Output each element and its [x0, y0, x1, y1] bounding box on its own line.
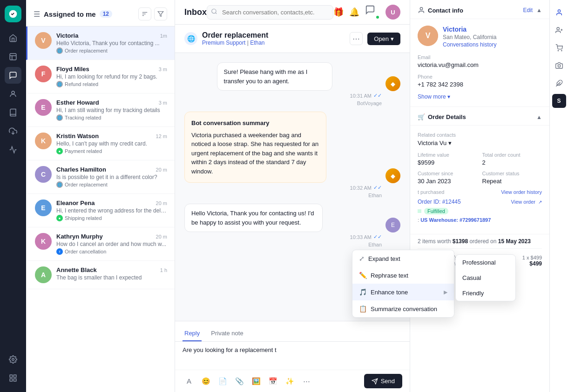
- tone-professional[interactable]: Professional: [456, 255, 515, 270]
- conv-tag-label: Payment related: [65, 148, 102, 154]
- show-more-btn[interactable]: Show more ▾: [418, 93, 542, 100]
- sidebar-item-knowledge[interactable]: [5, 104, 21, 121]
- conv-item-annette[interactable]: A Annette Black 1 h The bag is smaller t…: [26, 261, 175, 289]
- more-options-icon[interactable]: ⋯: [350, 32, 363, 45]
- sidebar-item-campaigns[interactable]: [5, 141, 21, 158]
- conv-item-eleanor[interactable]: E Eleanor Pena 20 m Hi, I entered the wr…: [26, 194, 175, 227]
- checkmark-icon: ✓✓: [373, 185, 382, 191]
- text-format-icon[interactable]: A: [183, 375, 196, 388]
- dropdown-summarize[interactable]: 📋 Summarize conversation: [352, 300, 454, 317]
- dropdown-rephrase-text[interactable]: ✏️ Rephrase text: [352, 267, 454, 284]
- order-collapse-btn[interactable]: ▲: [536, 114, 542, 120]
- conversation-panel: ☰ Assigned to me 12 V: [26, 0, 175, 392]
- svg-rect-9: [14, 379, 16, 381]
- sidebar-item-reports[interactable]: [5, 48, 21, 65]
- dropdown-enhance-tone[interactable]: 🎵 Enhance tone ▶: [352, 284, 454, 300]
- contact-info-body: V Victoria San Mateo, California Convers…: [410, 19, 549, 106]
- add-contact-icon[interactable]: [552, 23, 566, 37]
- compose-text: Are you looking for a replacement t: [183, 346, 277, 353]
- svg-point-19: [420, 7, 422, 10]
- contact-history-link[interactable]: Conversations history: [443, 41, 496, 48]
- sort-button[interactable]: [138, 7, 151, 20]
- conv-tag-label: Order cancellation: [65, 249, 106, 254]
- chat-status-icon[interactable]: [365, 5, 380, 20]
- sidebar-item-settings[interactable]: [5, 351, 21, 368]
- tone-casual[interactable]: Casual: [456, 270, 515, 286]
- total-order-label: Total order count: [482, 152, 542, 158]
- search-bar: [207, 5, 333, 20]
- tone-friendly[interactable]: Friendly: [456, 286, 515, 301]
- cart-panel-icon[interactable]: [552, 41, 566, 55]
- compose-input-area[interactable]: Are you looking for a replacement t: [175, 342, 410, 370]
- image-icon[interactable]: 🖼️: [250, 375, 263, 388]
- attach-icon[interactable]: 📎: [233, 375, 246, 388]
- article-icon[interactable]: 📄: [216, 375, 229, 388]
- svg-line-16: [216, 13, 217, 14]
- conv-tag-label: Tracking related: [65, 115, 101, 120]
- conv-preview: Hello, I can't pay with my credit card.: [56, 140, 167, 147]
- send-button[interactable]: Send: [364, 374, 402, 388]
- contact-edit-btn[interactable]: Edit: [523, 7, 533, 13]
- chat-title: Order replacement: [202, 31, 268, 40]
- conv-item-esther[interactable]: E Esther Howard 3 m Hi, I am still waiti…: [26, 93, 175, 127]
- filter-button[interactable]: [154, 7, 167, 20]
- contact-card: V Victoria San Mateo, California Convers…: [418, 26, 542, 48]
- chevron-down-icon[interactable]: ▾: [448, 140, 452, 146]
- order-details-header: 🛒 Order Details ▲: [410, 107, 549, 126]
- contact-name[interactable]: Victoria: [443, 26, 496, 33]
- avatar-esther: E: [35, 99, 52, 116]
- view-order-btn[interactable]: View order: [511, 199, 535, 205]
- conv-item-kristin[interactable]: K Kristin Watson 12 m Hello, I can't pay…: [26, 127, 175, 160]
- more-toolbar-icon[interactable]: ⋯: [300, 375, 313, 388]
- user-avatar-wrap[interactable]: U: [385, 5, 400, 20]
- tab-reply[interactable]: Reply: [183, 326, 202, 341]
- customer-since-value: 30 Jan 2023: [418, 178, 478, 185]
- sidebar-item-apps[interactable]: [5, 370, 21, 386]
- order-id[interactable]: Order ID: #12445: [418, 199, 461, 205]
- view-order-history-btn[interactable]: View order history: [501, 189, 542, 195]
- conv-item-floyd[interactable]: F Floyd Miles 3 m Hi, I am looking for r…: [26, 60, 175, 93]
- channel-icon-globe: 🌐: [56, 47, 63, 54]
- conv-panel-header: ☰ Assigned to me 12: [26, 0, 175, 27]
- customer-status-value: Repeat: [482, 178, 542, 185]
- contact-collapse-btn[interactable]: ▲: [536, 7, 542, 13]
- gift-icon[interactable]: 🎁: [333, 7, 344, 17]
- avatar-kathryn: K: [35, 233, 52, 250]
- search-input[interactable]: [207, 5, 333, 20]
- sidebar-item-home[interactable]: [5, 30, 21, 47]
- puzzle-panel-icon[interactable]: [552, 76, 566, 90]
- conv-item-victoria[interactable]: V Victoria 1m Hello Victoria, Thank you …: [26, 27, 175, 60]
- contact-icon: [418, 7, 425, 14]
- order-id-row: Order ID: #12445 View order ↗: [418, 199, 542, 205]
- emoji-icon[interactable]: 😊: [199, 375, 212, 388]
- contact-info-header: Contact info Edit ▲: [410, 0, 549, 19]
- sidebar-item-downloads[interactable]: [5, 123, 21, 140]
- shield-panel-icon[interactable]: S: [552, 94, 566, 108]
- conv-item-kathryn[interactable]: K Kathryn Murphy 20 m How do I cancel an…: [26, 227, 175, 261]
- notifications-icon[interactable]: 🔔: [349, 7, 359, 17]
- ethan-avatar: E: [385, 218, 400, 233]
- ai-icon[interactable]: ✨: [283, 375, 296, 388]
- menu-icon[interactable]: ☰: [34, 10, 40, 19]
- message-bot-summary: Bot conversation summary Victoria purcha…: [184, 112, 400, 198]
- calendar-icon[interactable]: 📅: [266, 375, 279, 388]
- ai-dropdown-menu: ⤢ Expand text ✏️ Rephrase text 🎵 Enhance…: [352, 250, 454, 318]
- bot-summary-text: Victoria purchased a weekender bag and n…: [191, 131, 319, 176]
- contact-phone-field: Phone +1 782 342 2398: [418, 74, 542, 88]
- chat-compose: Reply Private note Are you looking for a…: [175, 321, 410, 392]
- contact-info-panel-icon[interactable]: [552, 6, 566, 20]
- avatar-floyd: F: [35, 66, 52, 82]
- email-label: Email: [418, 54, 542, 60]
- camera-panel-icon[interactable]: [552, 59, 566, 73]
- sender-label: Ethan: [368, 242, 382, 247]
- open-button[interactable]: Open ▾: [367, 33, 400, 45]
- conv-item-charles[interactable]: C Charles Hamilton 20 m Is is possible t…: [26, 160, 175, 194]
- sidebar-item-contacts[interactable]: [5, 86, 21, 102]
- dropdown-expand-text[interactable]: ⤢ Expand text: [352, 250, 454, 267]
- tab-private-note[interactable]: Private note: [209, 326, 245, 341]
- warehouse-link[interactable]: US Warehouse: #7299671897: [420, 217, 491, 223]
- conv-name: Esther Howard: [56, 99, 99, 106]
- sidebar-item-inbox[interactable]: [5, 67, 21, 84]
- send-btn-label: Send: [381, 378, 395, 385]
- cart-icon: 🛒: [418, 113, 425, 120]
